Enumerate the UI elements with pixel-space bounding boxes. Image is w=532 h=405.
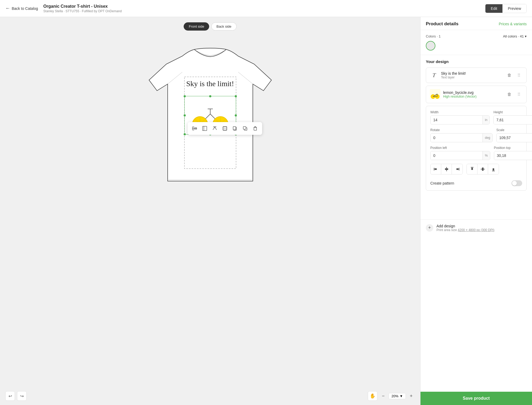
element-toolbar xyxy=(188,122,262,135)
header: ← Back to Catalog Organic Creator T-shir… xyxy=(0,0,532,17)
text-layer-delete-button[interactable]: 🗑 xyxy=(506,72,513,79)
your-design-title: Your design xyxy=(426,59,527,64)
text-layer-item[interactable]: 𝑇 Sky is the limit! Text layer 🗑 ⠿ xyxy=(426,68,527,83)
edit-button[interactable]: Edit xyxy=(485,4,502,13)
svg-rect-32 xyxy=(233,127,236,130)
product-title: Organic Creator T-shirt - Unisex xyxy=(43,4,122,9)
align-tool-button[interactable] xyxy=(190,124,199,133)
colors-header: Colors · 1 All colors · 41 ▾ xyxy=(426,34,527,38)
image-layer-actions: 🗑 ⠿ xyxy=(506,91,523,98)
resize-handle-tl[interactable] xyxy=(184,95,186,97)
colors-count-label: Colors · 1 xyxy=(426,34,441,38)
colors-section: Colors · 1 All colors · 41 ▾ xyxy=(420,30,532,55)
copy-tool-button[interactable] xyxy=(240,124,250,133)
pos-left-field: Position left % xyxy=(430,146,490,160)
undo-button[interactable]: ↩ xyxy=(5,391,15,401)
align-bottom-button[interactable] xyxy=(488,164,499,174)
prices-variants-link[interactable]: Prices & variants xyxy=(499,22,527,26)
zoom-value-display: 20% ▼ xyxy=(389,393,406,399)
text-layer-sub: Text layer xyxy=(441,76,503,79)
rotate-scale-row: Rotate deg Scale % xyxy=(430,128,522,142)
back-side-tab[interactable]: Back side xyxy=(211,22,236,31)
align-right-button[interactable] xyxy=(452,164,463,174)
rotate-unit: deg xyxy=(482,133,492,142)
preview-button[interactable]: Preview xyxy=(502,4,526,13)
width-height-row: Width in Height in xyxy=(430,110,522,124)
width-input[interactable] xyxy=(431,116,482,124)
pos-top-input[interactable] xyxy=(494,151,532,160)
width-input-wrap: in xyxy=(430,115,490,124)
add-design-row[interactable]: + Add design Print area size 4200 × 4800… xyxy=(420,219,532,236)
back-label: Back to Catalog xyxy=(12,6,38,11)
pos-left-unit: % xyxy=(482,151,490,160)
pos-top-label: Position top xyxy=(494,146,532,150)
height-input-wrap: in xyxy=(493,115,532,124)
resize-tool-button[interactable] xyxy=(200,124,209,133)
zoom-dropdown-icon[interactable]: ▼ xyxy=(399,394,403,398)
create-pattern-label: Create pattern xyxy=(430,181,454,185)
flip-tool-button[interactable] xyxy=(210,124,220,133)
svg-rect-47 xyxy=(471,167,473,168)
right-panel: Product details Prices & variants Colors… xyxy=(420,17,532,405)
image-layer-name: lemon_bycicle.svg xyxy=(443,90,503,95)
resize-handle-tr[interactable] xyxy=(235,95,237,97)
zoom-in-button[interactable]: + xyxy=(407,392,415,400)
height-field: Height in xyxy=(493,110,532,124)
align-left-button[interactable] xyxy=(431,164,441,174)
svg-rect-34 xyxy=(243,127,246,129)
image-layer-drag-handle[interactable]: ⠿ xyxy=(515,91,523,98)
text-layer-drag-handle[interactable]: ⠿ xyxy=(515,72,523,79)
alignment-row xyxy=(430,164,522,174)
properties-panel: Width in Height in xyxy=(426,106,527,191)
resize-handle-tm[interactable] xyxy=(209,95,211,97)
rotate-input-wrap: deg xyxy=(430,133,493,142)
svg-rect-28 xyxy=(213,127,216,127)
width-label: Width xyxy=(430,110,490,114)
svg-rect-46 xyxy=(456,168,459,170)
image-layer-item[interactable]: lemon_bycicle.svg High resolution (Vecto… xyxy=(426,86,527,103)
align-top-button[interactable] xyxy=(467,164,477,174)
image-layer-sub: High resolution (Vector) xyxy=(443,95,503,98)
svg-rect-51 xyxy=(492,171,495,171)
add-design-sub: Print area size 4200 × 4800 px (300 DPI) xyxy=(436,228,527,232)
duplicate-tool-button[interactable] xyxy=(230,124,240,133)
scale-input[interactable] xyxy=(497,133,532,142)
svg-rect-50 xyxy=(482,168,484,171)
back-to-catalog-link[interactable]: ← Back to Catalog xyxy=(5,6,38,11)
drag-mode-button[interactable]: ✋ xyxy=(368,391,377,401)
toggle-knob xyxy=(512,181,517,186)
svg-rect-26 xyxy=(203,126,207,131)
text-layer-icon: 𝑇 xyxy=(430,71,438,80)
border-tool-button[interactable] xyxy=(220,124,230,133)
rotate-label: Rotate xyxy=(430,128,493,132)
add-design-title: Add design xyxy=(436,224,527,228)
delete-tool-button[interactable] xyxy=(250,124,260,133)
color-swatch-white[interactable] xyxy=(426,41,435,51)
panel-header: Product details Prices & variants xyxy=(420,17,532,30)
pos-left-input[interactable] xyxy=(431,151,482,160)
text-layer-info: Sky is the limit! Text layer xyxy=(441,71,503,79)
text-layer-actions: 🗑 ⠿ xyxy=(506,72,523,79)
undo-redo-group: ↩ ↪ xyxy=(5,391,27,401)
redo-button[interactable]: ↪ xyxy=(17,391,27,401)
vertical-align-group xyxy=(467,164,499,174)
height-input[interactable] xyxy=(494,116,532,124)
resize-handle-bl[interactable] xyxy=(184,133,186,135)
edit-preview-toggle: Edit Preview xyxy=(485,4,527,13)
add-design-plus-icon: + xyxy=(426,224,433,232)
align-middle-v-button[interactable] xyxy=(477,164,488,174)
rotate-input[interactable] xyxy=(431,133,482,142)
scale-input-wrap: % xyxy=(496,133,532,142)
pos-left-label: Position left xyxy=(430,146,490,150)
svg-rect-41 xyxy=(434,168,434,170)
all-colors-button[interactable]: All colors · 41 ▾ xyxy=(503,34,527,38)
align-center-h-button[interactable] xyxy=(441,164,452,174)
resize-handle-lm[interactable] xyxy=(184,114,186,116)
zoom-out-button[interactable]: − xyxy=(380,392,387,400)
resize-handle-rm[interactable] xyxy=(235,114,237,116)
create-pattern-toggle[interactable] xyxy=(512,180,522,186)
front-side-tab[interactable]: Front side xyxy=(184,22,209,31)
chevron-down-icon: ▾ xyxy=(525,34,527,38)
save-product-button[interactable]: Save product xyxy=(420,392,532,405)
image-layer-delete-button[interactable]: 🗑 xyxy=(506,91,513,98)
